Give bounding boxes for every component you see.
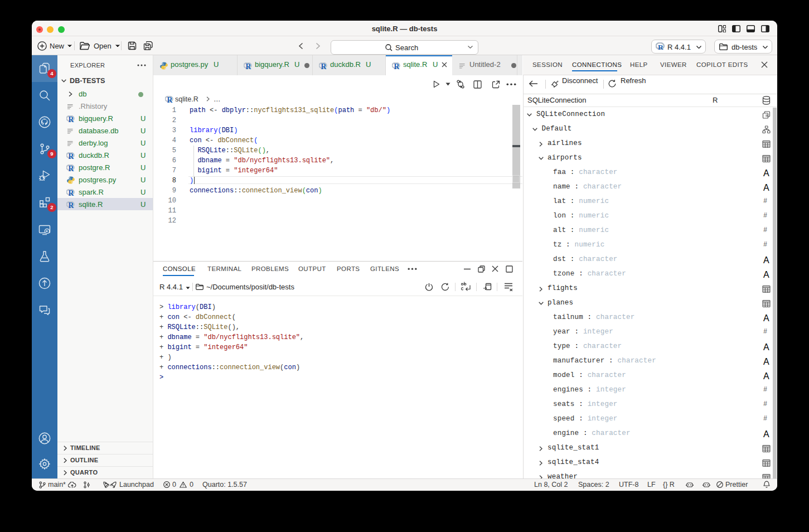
svg-text:R: R: [394, 62, 399, 70]
svg-text:R: R: [68, 165, 74, 172]
svg-text:R: R: [321, 62, 326, 70]
svg-text:R: R: [658, 43, 663, 51]
svg-text:R: R: [68, 115, 74, 123]
svg-text:R: R: [68, 201, 74, 209]
svg-text:R: R: [68, 152, 74, 159]
svg-text:R: R: [245, 62, 251, 70]
svg-text:R: R: [167, 96, 172, 103]
svg-text:R: R: [68, 189, 74, 196]
